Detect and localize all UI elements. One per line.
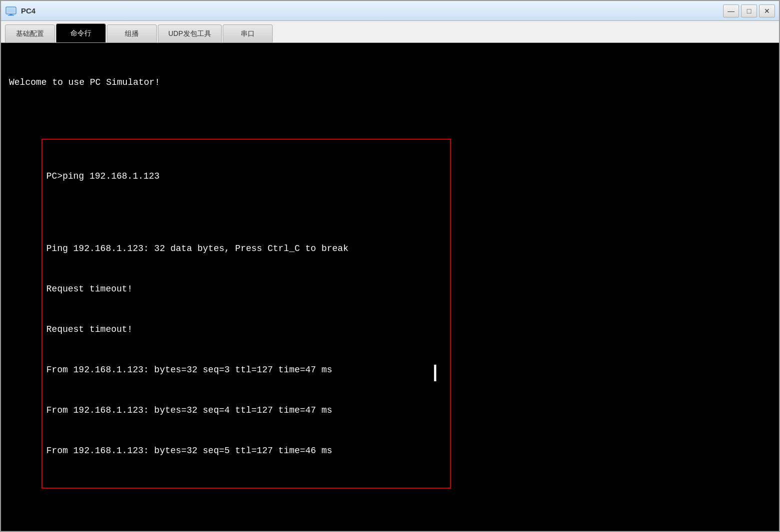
tab-serial[interactable]: 串口 <box>223 24 273 42</box>
ping-result-box: PC>ping 192.168.1.123 Ping 192.168.1.123… <box>41 139 451 489</box>
timeout-line-1: Request timeout! <box>46 282 446 296</box>
main-window: PC4 — □ ✕ 基础配置 命令行 组播 UDP发包工具 串口 Welcome… <box>0 0 780 532</box>
from-line-1: From 192.168.1.123: bytes=32 seq=3 ttl=1… <box>46 363 446 377</box>
tab-bar: 基础配置 命令行 组播 UDP发包工具 串口 <box>1 21 779 43</box>
ping-info-line: Ping 192.168.1.123: 32 data bytes, Press… <box>46 242 446 256</box>
tab-command-line[interactable]: 命令行 <box>56 23 106 42</box>
timeout-line-2: Request timeout! <box>46 323 446 336</box>
svg-rect-2 <box>8 15 14 16</box>
text-cursor: ┃ <box>431 365 439 381</box>
maximize-button[interactable]: □ <box>741 4 757 17</box>
window-title: PC4 <box>21 6 35 15</box>
terminal-content: Welcome to use PC Simulator! PC>ping 192… <box>9 49 771 531</box>
welcome-line: Welcome to use PC Simulator! <box>9 76 771 89</box>
ping-command-line: PC>ping 192.168.1.123 <box>46 170 446 183</box>
from-line-2: From 192.168.1.123: bytes=32 seq=4 ttl=1… <box>46 404 446 417</box>
tab-udp-tool[interactable]: UDP发包工具 <box>158 24 222 42</box>
terminal[interactable]: Welcome to use PC Simulator! PC>ping 192… <box>1 43 779 531</box>
minimize-button[interactable]: — <box>723 4 739 17</box>
from-line-3: From 192.168.1.123: bytes=32 seq=5 ttl=1… <box>46 444 446 458</box>
tab-multicast[interactable]: 组播 <box>107 24 157 42</box>
title-bar-left: PC4 <box>5 5 35 17</box>
title-bar-buttons: — □ ✕ <box>723 4 775 17</box>
close-button[interactable]: ✕ <box>759 4 775 17</box>
tab-basic-config[interactable]: 基础配置 <box>5 24 55 42</box>
app-icon <box>5 5 17 17</box>
title-bar: PC4 — □ ✕ <box>1 1 779 21</box>
svg-rect-1 <box>9 14 12 15</box>
svg-rect-3 <box>7 8 15 13</box>
